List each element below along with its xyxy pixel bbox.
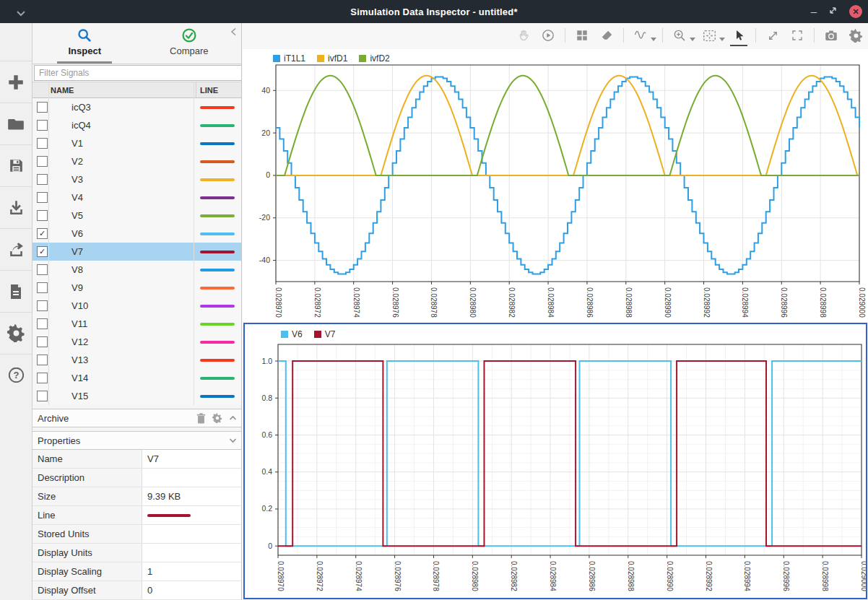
svg-text:0.028970: 0.028970: [274, 287, 282, 318]
signal-row[interactable]: V13: [32, 351, 241, 369]
save-button[interactable]: [0, 144, 32, 186]
signal-checkbox[interactable]: [37, 300, 48, 311]
fullscreen-icon[interactable]: [789, 26, 806, 45]
signal-row[interactable]: V11: [32, 315, 241, 333]
property-value[interactable]: V7: [142, 450, 241, 468]
tab-compare[interactable]: Compare: [137, 23, 242, 64]
archive-bar[interactable]: Archive: [32, 409, 241, 427]
legend-item[interactable]: V6: [281, 329, 303, 339]
legend-item[interactable]: ivfD1: [317, 53, 347, 64]
signal-row[interactable]: ✓V6: [32, 225, 241, 243]
svg-text:0.029000: 0.029000: [858, 287, 866, 318]
magnifier-icon: [77, 27, 92, 43]
signal-row[interactable]: V2: [32, 152, 241, 170]
gear-icon[interactable]: [212, 413, 222, 423]
zoom-in-icon[interactable]: [671, 26, 688, 45]
eraser-icon[interactable]: [598, 26, 615, 45]
snapshot-camera-icon[interactable]: [823, 26, 840, 45]
signal-checkbox[interactable]: [37, 192, 48, 203]
signal-checkbox[interactable]: [37, 373, 48, 383]
replay-icon[interactable]: [539, 26, 557, 45]
collapse-panel-chevron-icon[interactable]: [230, 26, 237, 39]
signal-checkbox[interactable]: [37, 336, 48, 347]
maximize-button[interactable]: [828, 5, 838, 18]
tab-inspect[interactable]: Inspect: [32, 23, 137, 64]
property-value[interactable]: [142, 525, 241, 543]
property-row: Line: [32, 506, 241, 525]
svg-text:0.028982: 0.028982: [510, 561, 518, 591]
signal-checkbox[interactable]: [37, 264, 48, 275]
filter-signals-input[interactable]: [34, 65, 242, 81]
signal-row[interactable]: V10: [32, 297, 241, 315]
signal-row[interactable]: V15: [32, 387, 241, 405]
close-button[interactable]: ✕: [849, 5, 862, 18]
signal-checkbox[interactable]: [37, 102, 48, 113]
signal-row[interactable]: V14: [32, 369, 241, 387]
svg-text:0.028978: 0.028978: [432, 561, 440, 591]
signal-row[interactable]: V5: [32, 206, 241, 225]
signal-checkbox[interactable]: [37, 174, 48, 185]
signal-checkbox[interactable]: [37, 210, 48, 221]
property-value[interactable]: 9.39 KB: [142, 487, 241, 505]
zoom-region-dropdown-caret[interactable]: [719, 31, 725, 44]
signal-line-swatch: [200, 305, 235, 308]
signal-row[interactable]: V3: [32, 170, 241, 188]
bottom-subplot-selected[interactable]: 0.0289700.0289720.0289740.0289760.028978…: [243, 323, 867, 599]
signal-wave-icon[interactable]: [632, 26, 649, 45]
signal-row[interactable]: V1: [32, 134, 241, 152]
properties-bar[interactable]: Properties: [32, 431, 241, 450]
preferences-gear-button[interactable]: [0, 312, 32, 354]
property-value[interactable]: [142, 506, 241, 524]
signal-row[interactable]: V8: [32, 261, 241, 279]
fit-to-view-icon[interactable]: [764, 26, 781, 45]
minimize-button[interactable]: –: [811, 8, 817, 15]
top-subplot[interactable]: 0.0289700.0289720.0289740.0289760.028978…: [243, 49, 868, 322]
help-button[interactable]: ?: [0, 354, 32, 396]
signal-row[interactable]: icQ3: [32, 98, 241, 116]
chevron-down-icon[interactable]: [229, 438, 237, 443]
export-button[interactable]: [0, 228, 32, 270]
signal-checkbox[interactable]: [37, 318, 48, 329]
create-report-button[interactable]: [0, 270, 32, 312]
import-button[interactable]: [0, 186, 32, 228]
signal-wave-dropdown-caret[interactable]: [651, 31, 656, 44]
legend-item[interactable]: V7: [314, 329, 336, 339]
property-label: Size: [32, 487, 142, 505]
settings-gear-icon[interactable]: [847, 26, 864, 45]
svg-text:0.028986: 0.028986: [588, 561, 596, 591]
open-folder-button[interactable]: [0, 103, 32, 144]
signal-checkbox[interactable]: ✓: [37, 228, 48, 239]
svg-text:0.028998: 0.028998: [819, 287, 827, 318]
trash-icon[interactable]: [196, 413, 206, 424]
subplot-grid-icon[interactable]: [573, 26, 591, 45]
property-value[interactable]: 0: [142, 581, 241, 599]
property-value[interactable]: [142, 469, 241, 487]
legend-item[interactable]: iT1L1: [273, 53, 305, 64]
pointer-cursor-icon[interactable]: [730, 26, 747, 45]
legend-item[interactable]: ivfD2: [359, 53, 389, 64]
signal-row[interactable]: V9: [32, 279, 241, 297]
bottom-chart-plot-area[interactable]: 0.0289700.0289720.0289740.0289760.028978…: [245, 324, 866, 598]
signal-checkbox[interactable]: ✓: [37, 246, 48, 257]
property-value[interactable]: [142, 544, 241, 562]
legend-color-swatch: [273, 55, 280, 62]
signal-checkbox[interactable]: [37, 138, 48, 149]
zoom-region-icon[interactable]: [700, 26, 718, 45]
signal-checkbox[interactable]: [37, 120, 48, 131]
add-button[interactable]: [0, 61, 32, 103]
top-chart-plot-area[interactable]: 0.0289700.0289720.0289740.0289760.028978…: [243, 49, 868, 322]
window-menu-chevron-icon[interactable]: [16, 6, 26, 19]
legend-color-swatch: [281, 331, 288, 338]
property-row: Size9.39 KB: [32, 487, 241, 506]
property-value[interactable]: 1: [142, 562, 241, 581]
signal-row[interactable]: icQ4: [32, 116, 241, 134]
signal-row[interactable]: V4: [32, 188, 241, 206]
signal-row[interactable]: ✓V7: [32, 243, 241, 261]
signal-checkbox[interactable]: [37, 282, 48, 293]
zoom-dropdown-caret[interactable]: [690, 31, 695, 44]
signal-row[interactable]: V12: [32, 333, 241, 351]
signal-checkbox[interactable]: [37, 355, 48, 365]
chevron-up-icon[interactable]: [229, 415, 237, 421]
signal-checkbox[interactable]: [37, 391, 48, 401]
signal-checkbox[interactable]: [37, 156, 48, 167]
